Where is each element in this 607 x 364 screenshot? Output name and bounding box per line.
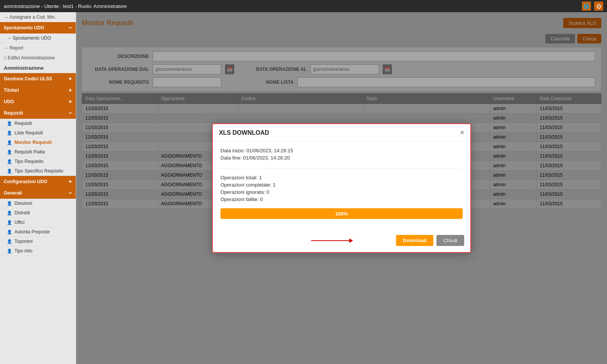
modal-op-fallite: Operazioni fallite: 0 [220, 196, 463, 202]
power-icon[interactable]: ⏻ [594, 2, 603, 11]
plus-icon-2: + [69, 87, 72, 94]
sidebar-item-spostamento[interactable]: → Spostamento UDO [0, 34, 76, 43]
person-icon-9 [7, 220, 12, 225]
progress-container: 100% [220, 208, 463, 219]
sidebar-section-gestione[interactable]: Gestione Codici ULSS + [0, 73, 76, 85]
person-icon-1 [7, 121, 12, 126]
main-content: Monitor Requisiti Scarica XLS Cancella C… [76, 12, 607, 364]
minus-icon-3: − [69, 190, 72, 196]
modal-body: Data inizio: 01/06/2023, 14:26:15 Data f… [213, 142, 470, 231]
sidebar-item-liste-requisiti[interactable]: Liste Requisiti [0, 128, 76, 138]
sidebar-item-distretti[interactable]: Distretti [0, 208, 76, 218]
modal-header: XLS DOWNLOAD × [213, 124, 470, 142]
plus-icon-4: + [69, 178, 72, 185]
person-icon-4 [7, 149, 12, 155]
sidebar-section-spostamento[interactable]: Spostamento UDO − [0, 22, 76, 34]
sidebar-item-autorita[interactable]: Autorita Preposte [0, 227, 76, 237]
topbar-title: amministrazione - Utente : test1 - Ruolo… [4, 3, 127, 9]
globe-icon[interactable]: 🌐 [582, 2, 591, 11]
sidebar-item-tipo-specifico[interactable]: Tipo Specifico Requisito [0, 166, 76, 176]
modal-info: Data inizio: 01/06/2023, 14:26:15 Data f… [220, 148, 463, 169]
sidebar-item-direzioni[interactable]: Direzioni [0, 199, 76, 208]
sidebar-item-uffici[interactable]: Uffici [0, 218, 76, 227]
person-icon-6 [7, 168, 12, 174]
sidebar-item-tipo-requisito[interactable]: Tipo Requisito [0, 157, 76, 166]
modal-op-ignorata: Operazioni ignorata: 0 [220, 189, 463, 195]
topbar-icons: 🌐 ⏻ [582, 2, 603, 11]
layout: → Assegnare a Cod. Min. Spostamento UDO … [0, 12, 607, 364]
progress-label: 100% [335, 211, 348, 217]
person-icon-8 [7, 210, 12, 216]
modal-overlay: XLS DOWNLOAD × Data inizio: 01/06/2023, … [76, 12, 607, 364]
sidebar-section-udo[interactable]: UDO + [0, 96, 76, 107]
arrow-indicator [311, 238, 353, 243]
modal-op-totali: Operazioni totali: 1 [220, 175, 463, 180]
modal-data-inizio: Data inizio: 01/06/2023, 14:26:15 [220, 148, 463, 153]
modal-stats: Operazioni totali: 1 Operazioni completa… [220, 175, 463, 202]
plus-icon-3: + [69, 98, 72, 105]
chiudi-button[interactable]: Chiudi [436, 235, 464, 246]
xls-download-modal: XLS DOWNLOAD × Data inizio: 01/06/2023, … [212, 123, 471, 253]
person-icon-5 [7, 159, 12, 164]
minus-icon: − [69, 24, 72, 31]
person-icon-10 [7, 229, 12, 235]
sidebar-section-requisiti[interactable]: Requisiti − [0, 107, 76, 119]
sidebar-item-report[interactable]: → Report [0, 43, 76, 53]
sidebar-item-toponimi[interactable]: Toponimi [0, 237, 76, 246]
sidebar-amministrazione-label: Amministrazione [0, 63, 76, 73]
modal-title: XLS DOWNLOAD [219, 129, 269, 136]
modal-op-completate: Operazioni completate: 1 [220, 182, 463, 188]
person-icon-3 [7, 140, 12, 145]
sidebar-item-tipo-atto[interactable]: Tipo Atto [0, 246, 76, 256]
minus-icon-2: − [69, 110, 72, 117]
modal-data-fine: Data fine: 01/06/2023, 14:26:20 [220, 155, 463, 161]
progress-bar: 100% [220, 208, 463, 219]
person-icon-7 [7, 201, 12, 206]
person-icon-2 [7, 130, 12, 136]
modal-close-button[interactable]: × [460, 129, 464, 137]
plus-icon: + [69, 75, 72, 82]
sidebar-item-monitor-requisiti[interactable]: Monitor Requisiti [0, 138, 76, 147]
sidebar-item-requisiti-piatta[interactable]: Requisiti Piatta [0, 147, 76, 157]
sidebar-section-generali[interactable]: Generali − [0, 187, 76, 199]
sidebar-item-assegna[interactable]: → Assegnare a Cod. Min. [0, 12, 76, 22]
sidebar: → Assegnare a Cod. Min. Spostamento UDO … [0, 12, 76, 364]
person-icon-11 [7, 239, 12, 244]
sidebar-section-titolari[interactable]: Titolari + [0, 85, 76, 96]
modal-footer: Download Chiudi [213, 231, 470, 252]
sidebar-section-configurazioni[interactable]: Configurazioni UDO + [0, 176, 76, 187]
arrow-line [311, 240, 349, 241]
person-icon-12 [7, 248, 12, 254]
arrow-head [349, 238, 353, 243]
sidebar-item-edifici[interactable]: □ Edifici Amministrazione [0, 53, 76, 63]
sidebar-item-requisiti[interactable]: Requisiti [0, 119, 76, 128]
download-button[interactable]: Download [396, 235, 433, 246]
topbar: amministrazione - Utente : test1 - Ruolo… [0, 0, 607, 12]
